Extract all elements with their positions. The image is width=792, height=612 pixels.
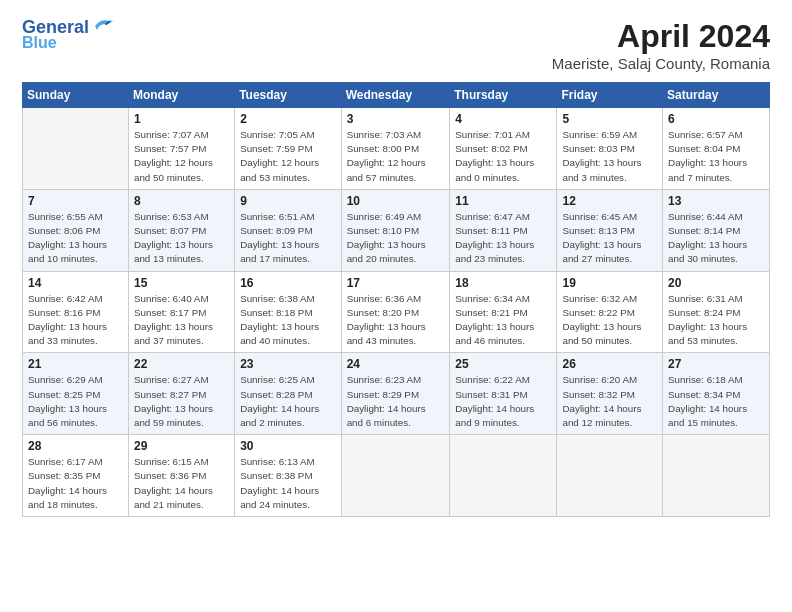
calendar-header-row: SundayMondayTuesdayWednesdayThursdayFrid… xyxy=(23,83,770,108)
calendar-cell: 16Sunrise: 6:38 AM Sunset: 8:18 PM Dayli… xyxy=(235,271,341,353)
day-detail: Sunrise: 6:53 AM Sunset: 8:07 PM Dayligh… xyxy=(134,210,229,267)
day-detail: Sunrise: 6:59 AM Sunset: 8:03 PM Dayligh… xyxy=(562,128,657,185)
day-detail: Sunrise: 6:36 AM Sunset: 8:20 PM Dayligh… xyxy=(347,292,445,349)
day-number: 12 xyxy=(562,194,657,208)
day-number: 3 xyxy=(347,112,445,126)
calendar-cell: 12Sunrise: 6:45 AM Sunset: 8:13 PM Dayli… xyxy=(557,189,663,271)
day-detail: Sunrise: 6:49 AM Sunset: 8:10 PM Dayligh… xyxy=(347,210,445,267)
calendar-cell: 24Sunrise: 6:23 AM Sunset: 8:29 PM Dayli… xyxy=(341,353,450,435)
calendar-cell: 2Sunrise: 7:05 AM Sunset: 7:59 PM Daylig… xyxy=(235,108,341,190)
day-number: 25 xyxy=(455,357,551,371)
day-number: 20 xyxy=(668,276,764,290)
calendar-cell: 10Sunrise: 6:49 AM Sunset: 8:10 PM Dayli… xyxy=(341,189,450,271)
calendar-cell: 30Sunrise: 6:13 AM Sunset: 8:38 PM Dayli… xyxy=(235,435,341,517)
day-detail: Sunrise: 6:25 AM Sunset: 8:28 PM Dayligh… xyxy=(240,373,335,430)
day-number: 8 xyxy=(134,194,229,208)
col-header-thursday: Thursday xyxy=(450,83,557,108)
calendar-cell: 19Sunrise: 6:32 AM Sunset: 8:22 PM Dayli… xyxy=(557,271,663,353)
day-number: 4 xyxy=(455,112,551,126)
calendar-week-row: 28Sunrise: 6:17 AM Sunset: 8:35 PM Dayli… xyxy=(23,435,770,517)
subtitle: Maeriste, Salaj County, Romania xyxy=(552,55,770,72)
day-number: 26 xyxy=(562,357,657,371)
day-detail: Sunrise: 6:51 AM Sunset: 8:09 PM Dayligh… xyxy=(240,210,335,267)
calendar-cell: 11Sunrise: 6:47 AM Sunset: 8:11 PM Dayli… xyxy=(450,189,557,271)
day-detail: Sunrise: 6:15 AM Sunset: 8:36 PM Dayligh… xyxy=(134,455,229,512)
calendar-cell: 5Sunrise: 6:59 AM Sunset: 8:03 PM Daylig… xyxy=(557,108,663,190)
calendar-cell: 21Sunrise: 6:29 AM Sunset: 8:25 PM Dayli… xyxy=(23,353,129,435)
calendar-cell: 22Sunrise: 6:27 AM Sunset: 8:27 PM Dayli… xyxy=(128,353,234,435)
day-detail: Sunrise: 6:31 AM Sunset: 8:24 PM Dayligh… xyxy=(668,292,764,349)
title-block: April 2024 Maeriste, Salaj County, Roman… xyxy=(552,18,770,72)
calendar-cell: 9Sunrise: 6:51 AM Sunset: 8:09 PM Daylig… xyxy=(235,189,341,271)
calendar-cell: 8Sunrise: 6:53 AM Sunset: 8:07 PM Daylig… xyxy=(128,189,234,271)
calendar-cell xyxy=(557,435,663,517)
day-detail: Sunrise: 6:34 AM Sunset: 8:21 PM Dayligh… xyxy=(455,292,551,349)
col-header-wednesday: Wednesday xyxy=(341,83,450,108)
calendar-cell: 7Sunrise: 6:55 AM Sunset: 8:06 PM Daylig… xyxy=(23,189,129,271)
day-number: 10 xyxy=(347,194,445,208)
day-detail: Sunrise: 6:57 AM Sunset: 8:04 PM Dayligh… xyxy=(668,128,764,185)
calendar-cell: 4Sunrise: 7:01 AM Sunset: 8:02 PM Daylig… xyxy=(450,108,557,190)
col-header-tuesday: Tuesday xyxy=(235,83,341,108)
day-detail: Sunrise: 7:03 AM Sunset: 8:00 PM Dayligh… xyxy=(347,128,445,185)
day-detail: Sunrise: 6:17 AM Sunset: 8:35 PM Dayligh… xyxy=(28,455,123,512)
day-number: 15 xyxy=(134,276,229,290)
day-detail: Sunrise: 6:27 AM Sunset: 8:27 PM Dayligh… xyxy=(134,373,229,430)
day-detail: Sunrise: 6:45 AM Sunset: 8:13 PM Dayligh… xyxy=(562,210,657,267)
day-detail: Sunrise: 6:22 AM Sunset: 8:31 PM Dayligh… xyxy=(455,373,551,430)
day-number: 6 xyxy=(668,112,764,126)
day-detail: Sunrise: 7:05 AM Sunset: 7:59 PM Dayligh… xyxy=(240,128,335,185)
day-number: 30 xyxy=(240,439,335,453)
calendar-cell: 26Sunrise: 6:20 AM Sunset: 8:32 PM Dayli… xyxy=(557,353,663,435)
day-detail: Sunrise: 6:55 AM Sunset: 8:06 PM Dayligh… xyxy=(28,210,123,267)
calendar-cell: 29Sunrise: 6:15 AM Sunset: 8:36 PM Dayli… xyxy=(128,435,234,517)
calendar-cell: 15Sunrise: 6:40 AM Sunset: 8:17 PM Dayli… xyxy=(128,271,234,353)
col-header-sunday: Sunday xyxy=(23,83,129,108)
calendar-week-row: 1Sunrise: 7:07 AM Sunset: 7:57 PM Daylig… xyxy=(23,108,770,190)
calendar-cell: 28Sunrise: 6:17 AM Sunset: 8:35 PM Dayli… xyxy=(23,435,129,517)
logo-bird-icon xyxy=(91,16,117,36)
calendar-cell: 17Sunrise: 6:36 AM Sunset: 8:20 PM Dayli… xyxy=(341,271,450,353)
calendar-cell: 6Sunrise: 6:57 AM Sunset: 8:04 PM Daylig… xyxy=(663,108,770,190)
day-detail: Sunrise: 6:44 AM Sunset: 8:14 PM Dayligh… xyxy=(668,210,764,267)
col-header-friday: Friday xyxy=(557,83,663,108)
calendar-week-row: 7Sunrise: 6:55 AM Sunset: 8:06 PM Daylig… xyxy=(23,189,770,271)
day-number: 19 xyxy=(562,276,657,290)
day-number: 1 xyxy=(134,112,229,126)
day-detail: Sunrise: 6:13 AM Sunset: 8:38 PM Dayligh… xyxy=(240,455,335,512)
day-detail: Sunrise: 6:29 AM Sunset: 8:25 PM Dayligh… xyxy=(28,373,123,430)
page: General Blue April 2024 Maeriste, Salaj … xyxy=(0,0,792,612)
calendar-cell: 3Sunrise: 7:03 AM Sunset: 8:00 PM Daylig… xyxy=(341,108,450,190)
day-number: 14 xyxy=(28,276,123,290)
col-header-monday: Monday xyxy=(128,83,234,108)
day-detail: Sunrise: 7:01 AM Sunset: 8:02 PM Dayligh… xyxy=(455,128,551,185)
calendar-table: SundayMondayTuesdayWednesdayThursdayFrid… xyxy=(22,82,770,517)
day-number: 18 xyxy=(455,276,551,290)
day-number: 17 xyxy=(347,276,445,290)
day-number: 2 xyxy=(240,112,335,126)
day-number: 22 xyxy=(134,357,229,371)
calendar-cell: 14Sunrise: 6:42 AM Sunset: 8:16 PM Dayli… xyxy=(23,271,129,353)
calendar-cell: 27Sunrise: 6:18 AM Sunset: 8:34 PM Dayli… xyxy=(663,353,770,435)
col-header-saturday: Saturday xyxy=(663,83,770,108)
day-number: 7 xyxy=(28,194,123,208)
calendar-cell xyxy=(450,435,557,517)
logo: General Blue xyxy=(22,18,117,51)
calendar-cell: 1Sunrise: 7:07 AM Sunset: 7:57 PM Daylig… xyxy=(128,108,234,190)
day-detail: Sunrise: 6:18 AM Sunset: 8:34 PM Dayligh… xyxy=(668,373,764,430)
calendar-cell: 18Sunrise: 6:34 AM Sunset: 8:21 PM Dayli… xyxy=(450,271,557,353)
calendar-cell xyxy=(663,435,770,517)
day-number: 27 xyxy=(668,357,764,371)
calendar-cell: 20Sunrise: 6:31 AM Sunset: 8:24 PM Dayli… xyxy=(663,271,770,353)
day-detail: Sunrise: 7:07 AM Sunset: 7:57 PM Dayligh… xyxy=(134,128,229,185)
day-detail: Sunrise: 6:38 AM Sunset: 8:18 PM Dayligh… xyxy=(240,292,335,349)
day-detail: Sunrise: 6:40 AM Sunset: 8:17 PM Dayligh… xyxy=(134,292,229,349)
day-number: 11 xyxy=(455,194,551,208)
day-number: 9 xyxy=(240,194,335,208)
day-detail: Sunrise: 6:23 AM Sunset: 8:29 PM Dayligh… xyxy=(347,373,445,430)
day-detail: Sunrise: 6:20 AM Sunset: 8:32 PM Dayligh… xyxy=(562,373,657,430)
main-title: April 2024 xyxy=(552,18,770,55)
day-number: 21 xyxy=(28,357,123,371)
day-number: 16 xyxy=(240,276,335,290)
calendar-cell xyxy=(23,108,129,190)
